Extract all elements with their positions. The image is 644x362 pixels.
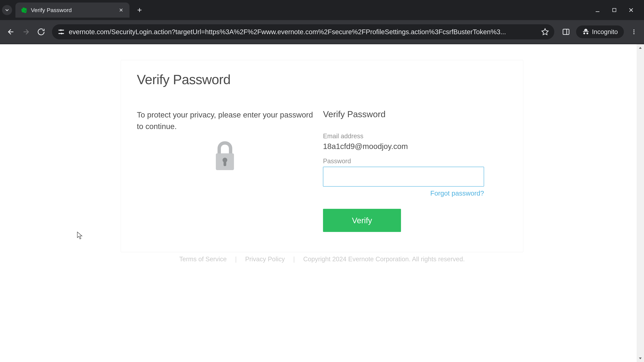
side-panel-button[interactable]	[561, 27, 571, 37]
scroll-up-arrow-icon[interactable]	[636, 44, 644, 52]
browser-tab[interactable]: Verify Password	[16, 2, 130, 17]
email-label: Email address	[323, 133, 487, 140]
browser-menu-button[interactable]	[629, 27, 639, 37]
tab-bar: Verify Password	[0, 0, 644, 20]
svg-rect-5	[613, 8, 616, 12]
footer: Terms of Service | Privacy Policy | Copy…	[0, 256, 644, 263]
svg-point-14	[60, 29, 62, 31]
footer-divider: |	[235, 256, 237, 263]
page-title: Verify Password	[137, 72, 507, 87]
tab-search-dropdown[interactable]	[2, 5, 12, 15]
svg-rect-17	[563, 29, 569, 34]
form-column: Verify Password Email address 18a1cfd9@m…	[323, 109, 487, 232]
copyright-text: Copyright 2024 Evernote Corporation. All…	[303, 256, 465, 263]
svg-marker-26	[639, 358, 642, 359]
forgot-password-link[interactable]: Forgot password?	[430, 190, 484, 197]
verify-card: Verify Password To protect your privacy,…	[121, 60, 523, 252]
page-content: Verify Password To protect your privacy,…	[0, 44, 644, 362]
url-text: evernote.com/SecurityLogin.action?target…	[69, 28, 538, 36]
site-settings-icon[interactable]	[57, 28, 66, 36]
mouse-cursor-icon	[77, 232, 83, 240]
svg-point-19	[634, 29, 634, 30]
tab-close-button[interactable]	[118, 7, 124, 13]
evernote-favicon-icon	[20, 6, 28, 13]
email-value: 18a1cfd9@moodjoy.com	[323, 142, 487, 151]
address-bar[interactable]: evernote.com/SecurityLogin.action?target…	[52, 24, 554, 39]
scrollbar[interactable]	[636, 44, 644, 362]
svg-marker-25	[639, 47, 642, 49]
svg-point-20	[634, 31, 634, 32]
incognito-badge[interactable]: Incognito	[576, 25, 624, 38]
svg-rect-24	[224, 161, 226, 166]
password-input[interactable]	[323, 167, 484, 187]
address-bar-row: evernote.com/SecurityLogin.action?target…	[0, 20, 644, 43]
reload-button[interactable]	[35, 26, 47, 38]
svg-rect-11	[62, 30, 64, 31]
close-window-button[interactable]	[627, 6, 635, 14]
incognito-icon	[582, 28, 590, 35]
minimize-button[interactable]	[593, 6, 602, 14]
nav-forward-button[interactable]	[20, 26, 32, 38]
tab-title: Verify Password	[31, 7, 114, 13]
svg-rect-12	[58, 33, 61, 34]
lock-icon	[137, 141, 313, 172]
privacy-link[interactable]: Privacy Policy	[245, 256, 285, 263]
terms-link[interactable]: Terms of Service	[179, 256, 227, 263]
two-column-layout: To protect your privacy, please enter yo…	[137, 109, 507, 232]
bookmark-star-icon[interactable]	[541, 28, 549, 36]
new-tab-button[interactable]	[134, 5, 144, 15]
footer-divider: |	[293, 256, 295, 263]
password-label: Password	[323, 158, 487, 165]
privacy-description: To protect your privacy, please enter yo…	[137, 109, 313, 132]
maximize-button[interactable]	[610, 6, 618, 14]
forgot-row: Forgot password?	[323, 190, 484, 197]
svg-point-15	[61, 33, 62, 34]
form-heading: Verify Password	[323, 109, 487, 119]
verify-button[interactable]: Verify	[323, 209, 401, 232]
svg-marker-16	[542, 29, 548, 35]
incognito-label: Incognito	[592, 28, 618, 35]
scroll-down-arrow-icon[interactable]	[636, 355, 644, 362]
nav-back-button[interactable]	[5, 26, 17, 38]
svg-point-21	[634, 33, 634, 34]
info-column: To protect your privacy, please enter yo…	[137, 109, 313, 232]
browser-chrome: Verify Password	[0, 0, 644, 44]
window-controls	[593, 6, 642, 14]
